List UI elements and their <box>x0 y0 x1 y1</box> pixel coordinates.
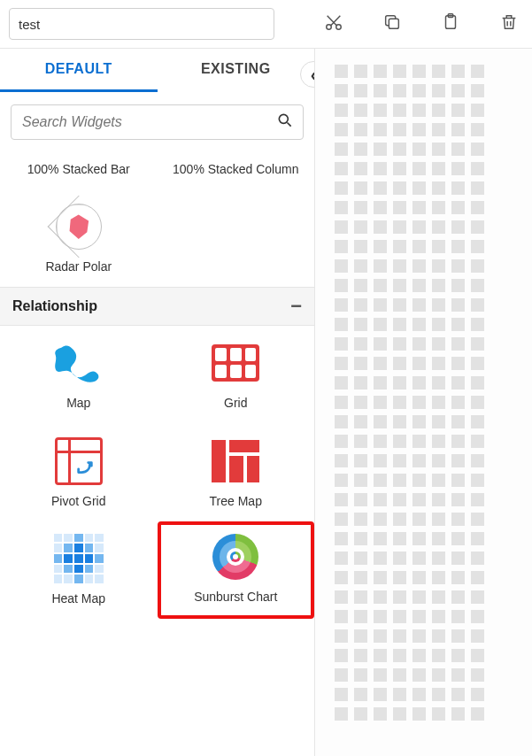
widget-label: Map <box>66 395 90 411</box>
pivot-grid-icon <box>55 435 103 488</box>
paste-button[interactable] <box>434 7 467 41</box>
search-widgets[interactable] <box>11 104 304 140</box>
delete-button[interactable] <box>492 7 526 41</box>
top-widget-row: 100% Stacked Bar 100% Stacked Column <box>0 145 314 189</box>
widget-tree-map[interactable]: Tree Map <box>158 424 315 521</box>
canvas-placeholder-grid <box>335 65 503 721</box>
cut-icon <box>324 12 343 35</box>
tab-existing[interactable]: EXISTING <box>158 49 315 92</box>
widget-label: Pivot Grid <box>51 493 105 509</box>
widget-scroll[interactable]: 100% Stacked Bar 100% Stacked Column Rad… <box>0 145 314 756</box>
svg-point-5 <box>279 114 288 123</box>
tree-map-icon <box>212 435 259 488</box>
body: ‹ DEFAULT EXISTING 100% Stacked B <box>0 49 532 756</box>
widget-label: 100% Stacked Bar <box>27 161 130 177</box>
copy-button[interactable] <box>375 7 409 41</box>
widget-map[interactable]: Map <box>0 326 158 423</box>
widget-panel: ‹ DEFAULT EXISTING 100% Stacked B <box>0 49 315 756</box>
rel-row2: Pivot Grid Tree Map <box>0 424 314 521</box>
widget-radar-polar[interactable]: Radar Polar <box>0 189 158 287</box>
widget-pivot-grid[interactable]: Pivot Grid <box>0 424 158 521</box>
top-widget-row2: Radar Polar <box>0 189 314 287</box>
widget-label: Heat Map <box>51 590 105 606</box>
collapse-section-icon: − <box>290 297 302 316</box>
copy-icon <box>382 12 402 35</box>
section-title: Relationship <box>12 298 97 314</box>
radar-polar-icon <box>56 200 102 253</box>
widget-label: Sunburst Chart <box>194 589 277 605</box>
toolbar-actions <box>317 7 526 41</box>
svg-point-1 <box>336 25 342 30</box>
paste-icon <box>441 12 460 35</box>
widget-sunburst-chart[interactable]: Sunburst Chart <box>158 521 315 619</box>
widget-label: Tree Map <box>210 493 262 509</box>
cut-button[interactable] <box>317 7 351 41</box>
delete-icon <box>499 12 519 35</box>
widget-100-stacked-column[interactable]: 100% Stacked Column <box>158 145 315 189</box>
widget-label: Radar Polar <box>45 258 112 274</box>
dashboard-title-input[interactable] <box>9 8 274 40</box>
tab-default[interactable]: DEFAULT <box>0 49 158 92</box>
design-canvas[interactable] <box>315 49 532 756</box>
widget-heat-map[interactable]: Heat Map <box>0 521 158 619</box>
map-icon <box>54 336 104 390</box>
sunburst-chart-icon <box>212 530 258 583</box>
heat-map-icon <box>54 532 104 585</box>
app-root: ‹ DEFAULT EXISTING 100% Stacked B <box>0 0 532 756</box>
section-relationship[interactable]: Relationship − <box>0 287 314 326</box>
search-icon <box>276 112 294 133</box>
search-wrap <box>0 92 314 145</box>
rel-row1: Map Grid <box>0 326 314 423</box>
panel-tabs: DEFAULT EXISTING <box>0 49 314 92</box>
grid-icon <box>212 336 259 390</box>
svg-point-0 <box>327 25 332 30</box>
chevron-left-icon: ‹ <box>311 65 315 85</box>
widget-grid[interactable]: Grid <box>158 326 315 423</box>
top-toolbar <box>0 0 532 49</box>
widget-label: Grid <box>224 395 247 411</box>
search-input[interactable] <box>20 113 276 131</box>
rel-row3: Heat Map Sunburst Chart <box>0 521 314 619</box>
widget-100-stacked-bar[interactable]: 100% Stacked Bar <box>0 145 158 189</box>
svg-rect-2 <box>389 19 398 28</box>
widget-label: 100% Stacked Column <box>173 161 298 177</box>
